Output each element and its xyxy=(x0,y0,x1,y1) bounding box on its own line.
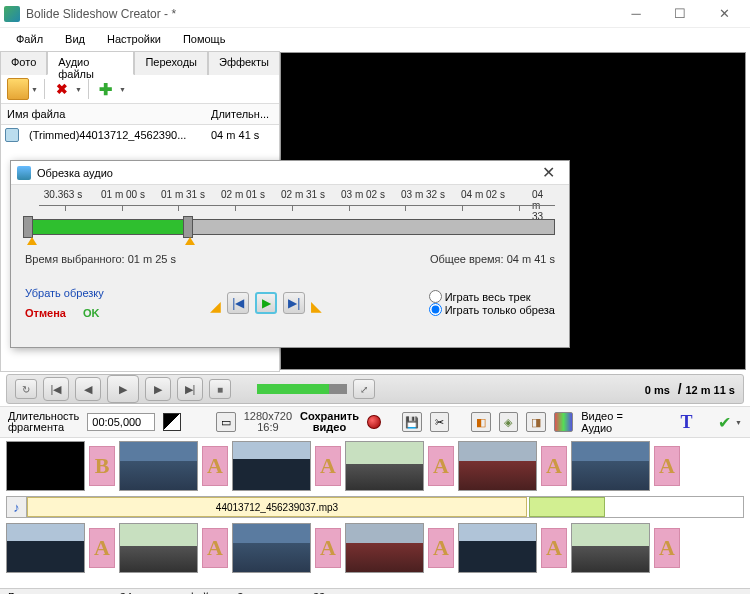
transition-a[interactable]: A xyxy=(654,528,680,568)
marker-right-icon[interactable]: ◣ xyxy=(311,298,322,314)
clip-thumb[interactable] xyxy=(458,523,537,573)
close-button[interactable]: ✕ xyxy=(702,0,746,28)
tab-photo[interactable]: Фото xyxy=(0,51,47,75)
video-track[interactable]: B A A A A A xyxy=(6,438,744,494)
tick-label: 01 m 31 s xyxy=(161,189,205,200)
clip-thumb[interactable] xyxy=(119,441,198,491)
transition-a[interactable]: A xyxy=(654,446,680,486)
transition-b[interactable]: B xyxy=(89,446,115,486)
skip-end-button[interactable]: ▶| xyxy=(283,292,305,314)
trim-track[interactable] xyxy=(25,219,555,235)
maximize-button[interactable]: ☐ xyxy=(658,0,702,28)
col-filename[interactable]: Имя файла xyxy=(1,108,207,120)
col-duration[interactable]: Длительн... xyxy=(207,108,279,120)
dialog-titlebar[interactable]: Обрезка аудио ✕ xyxy=(11,161,569,185)
transition-a[interactable]: A xyxy=(202,528,228,568)
transition-a[interactable]: A xyxy=(541,446,567,486)
clip-thumb[interactable] xyxy=(345,523,424,573)
transition-a[interactable]: A xyxy=(315,528,341,568)
tb-icon-a[interactable]: ◧ xyxy=(471,412,490,432)
file-row[interactable]: (Trimmed)44013712_4562390... 04 m 41 s xyxy=(1,125,279,145)
save-video-label: Сохранитьвидео xyxy=(300,411,359,433)
player-last-button[interactable]: ▶| xyxy=(177,377,203,401)
transition-a[interactable]: A xyxy=(315,446,341,486)
crop-icon[interactable]: ✂ xyxy=(430,412,449,432)
video-track-2[interactable]: A A A A A A xyxy=(6,520,744,576)
tab-transitions[interactable]: Переходы xyxy=(134,51,208,75)
open-folder-icon[interactable] xyxy=(7,78,29,100)
menu-view[interactable]: Вид xyxy=(55,30,95,48)
marker-end-icon[interactable] xyxy=(185,237,195,245)
player-expand-button[interactable]: ⤢ xyxy=(353,379,375,399)
skip-start-button[interactable]: |◀ xyxy=(227,292,249,314)
clip-thumb[interactable] xyxy=(119,523,198,573)
clip-thumb[interactable] xyxy=(571,523,650,573)
audio-track[interactable]: ♪ 44013712_456239037.mp3 xyxy=(6,496,744,518)
clip-thumb[interactable] xyxy=(6,441,85,491)
transition-a[interactable]: A xyxy=(202,446,228,486)
save-icon[interactable]: 💾 xyxy=(402,412,421,432)
menu-file[interactable]: Файл xyxy=(6,30,53,48)
audio-clip[interactable]: 44013712_456239037.mp3 xyxy=(27,497,527,517)
transition-a[interactable]: A xyxy=(428,528,454,568)
chevron-down-icon[interactable]: ▼ xyxy=(735,419,742,426)
resolution-button[interactable]: ▭ xyxy=(216,412,235,432)
tb-icon-d[interactable] xyxy=(554,412,573,432)
video-audio-label[interactable]: Видео = Аудио xyxy=(581,410,655,434)
radio-play-trim[interactable]: Играть только обреза xyxy=(429,303,555,316)
player-next-button[interactable]: ▶ xyxy=(145,377,171,401)
dialog-close-button[interactable]: ✕ xyxy=(533,163,563,182)
app-icon xyxy=(4,6,20,22)
clip-thumb[interactable] xyxy=(571,441,650,491)
play-button[interactable]: ▶ xyxy=(255,292,277,314)
radio-play-all[interactable]: Играть весь трек xyxy=(429,290,555,303)
file-name: (Trimmed)44013712_4562390... xyxy=(23,129,207,141)
resolution-label: 1280x72016:9 xyxy=(244,411,292,433)
tick-label: 30.363 s xyxy=(44,189,82,200)
transition-a[interactable]: A xyxy=(89,528,115,568)
chevron-down-icon[interactable]: ▼ xyxy=(75,86,82,93)
trim-handle-end[interactable] xyxy=(183,216,193,238)
clip-thumb[interactable] xyxy=(6,523,85,573)
volume-slider[interactable] xyxy=(257,384,347,394)
audio-gap[interactable] xyxy=(529,497,605,517)
record-icon[interactable] xyxy=(367,415,381,429)
bw-toggle-button[interactable] xyxy=(163,413,181,431)
tab-audio[interactable]: Аудио файлы xyxy=(47,51,134,75)
remove-trim-link[interactable]: Убрать обрезку xyxy=(25,287,104,299)
cancel-button[interactable]: Отмена xyxy=(25,307,66,319)
music-note-icon: ♪ xyxy=(7,497,27,517)
player-stop-button[interactable]: ■ xyxy=(209,379,231,399)
player-loop-button[interactable]: ↻ xyxy=(15,379,37,399)
add-icon[interactable]: ✚ xyxy=(95,78,117,100)
marker-start-icon[interactable] xyxy=(27,237,37,245)
minimize-button[interactable]: ─ xyxy=(614,0,658,28)
delete-icon[interactable]: ✖ xyxy=(51,78,73,100)
text-icon[interactable]: T xyxy=(680,412,692,433)
ruler xyxy=(39,205,555,215)
player-first-button[interactable]: |◀ xyxy=(43,377,69,401)
tb-icon-b[interactable]: ◈ xyxy=(499,412,518,432)
tb-icon-c[interactable]: ◨ xyxy=(526,412,545,432)
clip-thumb[interactable] xyxy=(232,441,311,491)
clip-thumb[interactable] xyxy=(232,523,311,573)
marker-left-icon[interactable]: ◢ xyxy=(210,298,221,314)
clip-thumb[interactable] xyxy=(345,441,424,491)
player-prev-button[interactable]: ◀ xyxy=(75,377,101,401)
duration-input[interactable] xyxy=(87,413,155,431)
transition-a[interactable]: A xyxy=(428,446,454,486)
dialog-icon xyxy=(17,166,31,180)
transition-a[interactable]: A xyxy=(541,528,567,568)
left-tabs: Фото Аудио файлы Переходы Эффекты xyxy=(0,50,280,74)
check-icon[interactable]: ✔ xyxy=(718,413,731,432)
trim-handle-start[interactable] xyxy=(23,216,33,238)
menu-help[interactable]: Помощь xyxy=(173,30,236,48)
menu-settings[interactable]: Настройки xyxy=(97,30,171,48)
tab-effects[interactable]: Эффекты xyxy=(208,51,280,75)
clip-thumb[interactable] xyxy=(458,441,537,491)
chevron-down-icon[interactable]: ▼ xyxy=(31,86,38,93)
player-play-button[interactable]: ▶ xyxy=(107,375,139,403)
selection-region[interactable] xyxy=(26,220,186,234)
chevron-down-icon[interactable]: ▼ xyxy=(119,86,126,93)
ok-button[interactable]: OK xyxy=(83,307,100,319)
